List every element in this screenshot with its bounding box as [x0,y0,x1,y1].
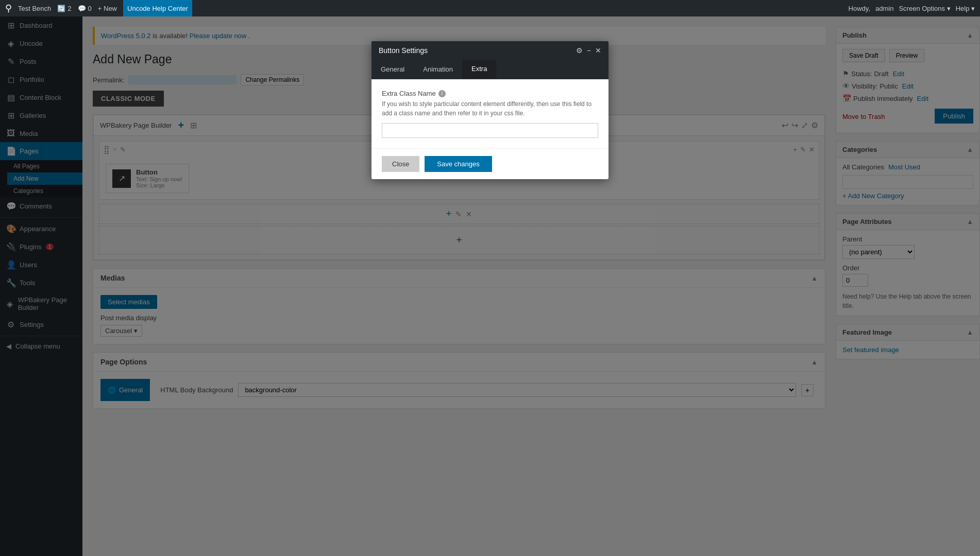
modal-body: Extra Class Name i If you wish to style … [371,79,609,148]
wp-logo-icon: ⚲ [5,3,12,14]
adminbar-howdy: Howdy, [849,5,870,12]
modal-save-btn[interactable]: Save changes [425,156,492,172]
adminbar-updates[interactable]: 🔄 2 [57,5,71,12]
extra-class-name-label: Extra Class Name i [382,90,598,97]
help-btn[interactable]: Help ▾ [956,5,975,12]
extra-class-label-text: Extra Class Name [382,90,436,97]
extra-class-info-icon[interactable]: i [438,90,446,97]
modal-footer: Close Save changes [371,148,609,179]
adminbar-comments[interactable]: 💬 0 [78,5,92,12]
modal-tab-animation[interactable]: Animation [414,60,462,79]
adminbar-username[interactable]: admin [875,5,893,12]
modal-close-x-btn[interactable]: ✕ [595,46,601,55]
modal-overlay: Button Settings ⚙ − ✕ General Animation … [0,0,980,556]
modal-header-actions: ⚙ − ✕ [576,46,601,55]
extra-class-input[interactable] [382,123,598,138]
modal-minimize-btn[interactable]: − [587,46,591,55]
modal-tab-general[interactable]: General [371,60,414,79]
button-settings-modal: Button Settings ⚙ − ✕ General Animation … [371,41,609,179]
adminbar-site-label[interactable]: Uncode Help Center [123,0,192,16]
adminbar-site-name[interactable]: Test Bench [18,5,51,12]
extra-class-desc: If you wish to style particular content … [382,99,598,118]
modal-tab-extra[interactable]: Extra [462,60,496,79]
modal-header: Button Settings ⚙ − ✕ [371,41,609,60]
adminbar-new[interactable]: + New [98,5,117,12]
modal-title: Button Settings [379,46,428,55]
modal-close-btn[interactable]: Close [382,156,419,172]
screen-options-btn[interactable]: Screen Options ▾ [899,5,950,12]
modal-gear-btn[interactable]: ⚙ [576,46,583,55]
admin-bar: ⚲ Test Bench 🔄 2 💬 0 + New Uncode Help C… [0,0,980,16]
modal-tabs: General Animation Extra [371,60,609,79]
